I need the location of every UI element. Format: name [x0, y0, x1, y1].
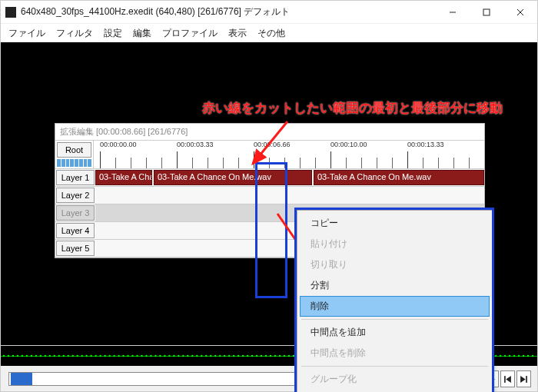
- svg-point-116: [500, 355, 501, 357]
- svg-point-29: [99, 355, 101, 357]
- svg-point-39: [145, 355, 147, 357]
- svg-point-64: [261, 355, 262, 357]
- svg-point-61: [247, 355, 248, 357]
- audio-clip[interactable]: 03-Take A Chance On Me.wav: [314, 170, 484, 185]
- svg-point-32: [113, 355, 115, 357]
- close-button[interactable]: [503, 1, 537, 23]
- titlebar: 640x480_30fps_44100Hz.exedit (640,480) […: [1, 1, 537, 24]
- svg-point-115: [495, 355, 496, 357]
- ctxmenu-item[interactable]: 中間点を追加: [300, 322, 490, 343]
- svg-point-38: [141, 355, 142, 357]
- menubar: ファイル フィルタ 設定 編集 プロファイル 表示 その他: [1, 24, 537, 42]
- layer-track[interactable]: 03-Take A Chan03-Take A Chance On Me.wav…: [95, 169, 484, 186]
- svg-point-50: [196, 355, 198, 357]
- svg-point-8: [3, 355, 5, 357]
- svg-point-25: [81, 355, 83, 357]
- svg-point-31: [108, 355, 110, 357]
- svg-point-47: [182, 355, 184, 357]
- app-window: 640x480_30fps_44100Hz.exedit (640,480) […: [0, 0, 538, 392]
- ruler-tick: 00:00:00.00: [100, 141, 137, 148]
- svg-point-57: [228, 355, 230, 357]
- svg-point-65: [265, 355, 267, 357]
- svg-rect-128: [526, 376, 527, 383]
- ctxmenu-item: 中間点を削除: [300, 343, 490, 364]
- svg-point-43: [164, 355, 165, 357]
- svg-point-68: [279, 355, 281, 357]
- app-icon: [5, 7, 16, 18]
- svg-point-121: [523, 355, 524, 357]
- svg-point-123: [532, 355, 533, 357]
- svg-point-60: [242, 355, 244, 357]
- svg-point-56: [224, 355, 225, 357]
- svg-point-118: [509, 355, 510, 357]
- svg-point-51: [201, 355, 202, 357]
- svg-point-120: [518, 355, 520, 357]
- zoom-indicator[interactable]: [55, 159, 93, 168]
- svg-point-49: [191, 355, 193, 357]
- svg-point-71: [293, 355, 294, 357]
- prev-frame-button[interactable]: [500, 370, 515, 387]
- svg-point-36: [131, 355, 133, 357]
- ctxmenu-item[interactable]: 分割: [300, 275, 490, 296]
- ctxmenu-item[interactable]: コピー: [300, 213, 490, 234]
- svg-point-37: [136, 355, 138, 357]
- svg-line-5: [253, 121, 287, 164]
- svg-point-10: [12, 355, 14, 357]
- menu-file[interactable]: ファイル: [4, 25, 50, 42]
- svg-point-13: [26, 355, 28, 357]
- svg-point-62: [251, 355, 253, 357]
- annotation-text: 赤い線をカットしたい範囲の最初と最後部分に移動: [202, 99, 503, 117]
- svg-point-9: [8, 355, 9, 357]
- svg-point-59: [237, 355, 239, 357]
- ctxmenu-item: 貼り付け: [300, 234, 490, 254]
- svg-point-16: [40, 355, 42, 357]
- svg-point-27: [90, 355, 91, 357]
- ruler-tick: 00:00:03.33: [177, 141, 214, 148]
- menu-settings[interactable]: 設定: [99, 25, 127, 42]
- svg-point-35: [127, 355, 128, 357]
- svg-point-18: [49, 355, 51, 357]
- svg-marker-127: [520, 376, 526, 383]
- menu-edit[interactable]: 編集: [128, 25, 156, 42]
- svg-point-34: [122, 355, 124, 357]
- svg-point-20: [58, 355, 60, 357]
- layer-label[interactable]: Layer 2: [56, 188, 95, 203]
- svg-point-19: [54, 355, 55, 357]
- svg-point-67: [274, 355, 276, 357]
- preview-viewport: 拡張編集 [00:00:08.66] [261/6776] Root 00:00…: [1, 42, 537, 391]
- menu-filter[interactable]: フィルタ: [51, 25, 98, 42]
- ctxmenu-item[interactable]: 削除: [300, 296, 490, 317]
- layer-label[interactable]: Layer 3: [56, 205, 95, 221]
- svg-point-55: [219, 355, 221, 357]
- maximize-button[interactable]: [470, 1, 503, 23]
- svg-rect-1: [483, 9, 490, 15]
- svg-point-11: [17, 355, 18, 357]
- svg-point-24: [77, 355, 78, 357]
- svg-point-14: [31, 355, 32, 357]
- svg-point-12: [22, 355, 23, 357]
- svg-point-119: [513, 355, 515, 357]
- svg-point-17: [45, 355, 46, 357]
- svg-point-23: [72, 355, 74, 357]
- svg-point-48: [187, 355, 188, 357]
- svg-point-33: [118, 355, 119, 357]
- layer-row: Layer 2: [55, 187, 484, 204]
- minimize-button[interactable]: [436, 1, 470, 23]
- svg-point-40: [150, 355, 151, 357]
- menu-profile[interactable]: プロファイル: [158, 25, 222, 42]
- menu-other[interactable]: その他: [253, 25, 290, 42]
- root-button[interactable]: Root: [57, 142, 91, 158]
- next-frame-button[interactable]: [516, 370, 531, 387]
- menu-view[interactable]: 表示: [224, 25, 251, 42]
- svg-point-44: [168, 355, 170, 357]
- svg-point-41: [154, 355, 156, 357]
- layer-label[interactable]: Layer 5: [56, 241, 95, 256]
- layer-label[interactable]: Layer 4: [56, 223, 95, 238]
- audio-clip[interactable]: 03-Take A Chan: [95, 170, 152, 185]
- seek-thumb[interactable]: [11, 373, 32, 385]
- svg-point-52: [205, 355, 207, 357]
- layer-track[interactable]: [95, 187, 484, 204]
- layer-label[interactable]: Layer 1: [56, 170, 95, 185]
- audio-clip[interactable]: 03-Take A Chance On Me.wav: [154, 170, 312, 185]
- svg-point-70: [288, 355, 290, 357]
